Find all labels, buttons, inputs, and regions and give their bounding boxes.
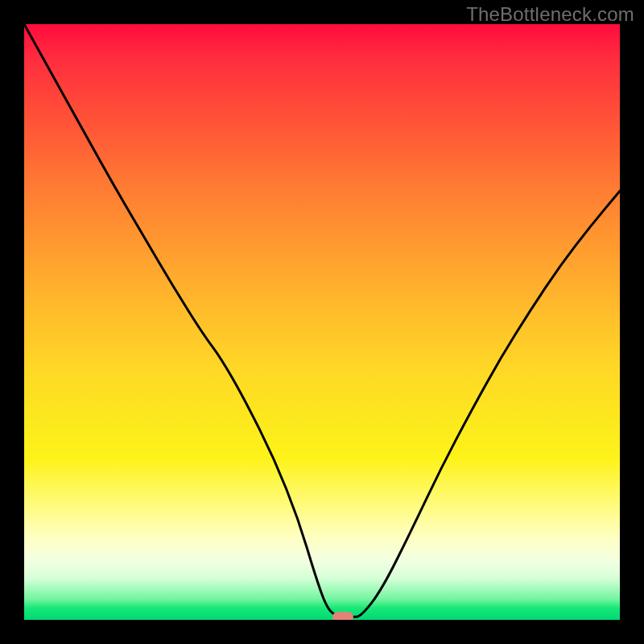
optimal-point-marker [332, 612, 353, 620]
plot-area [24, 24, 620, 620]
bottleneck-curve [24, 24, 620, 617]
curve-svg [24, 24, 620, 620]
chart-container: TheBottleneck.com [0, 0, 644, 644]
watermark-text: TheBottleneck.com [466, 3, 634, 26]
